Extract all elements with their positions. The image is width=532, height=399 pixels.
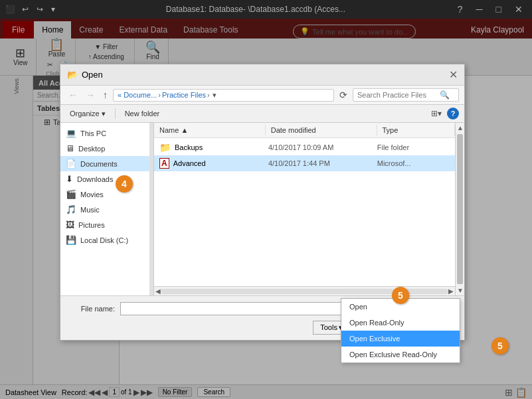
dialog-titlebar: 📂 Open ✕: [60, 64, 464, 86]
sort-arrow: ▲: [181, 126, 188, 134]
breadcrumb-dropdown[interactable]: ▾: [213, 91, 217, 100]
col-header-type[interactable]: Type: [377, 125, 456, 135]
tree-label-music: Music: [80, 206, 100, 214]
organize-label: Organize: [70, 110, 100, 118]
desktop-icon: 🖥: [66, 143, 74, 153]
new-folder-btn[interactable]: New folder: [121, 108, 164, 119]
h-scroll-left[interactable]: ◀: [155, 287, 161, 295]
tree-label-pictures: Pictures: [78, 221, 105, 229]
file-name-advanced: A Advanced: [159, 158, 268, 169]
file-item-backups[interactable]: 📁 Backups 4/10/2017 10:09 AM File folder: [154, 139, 455, 155]
downloads-icon: ⬇: [66, 174, 73, 184]
disk-icon: 💾: [66, 235, 76, 245]
dialog-close-btn[interactable]: ✕: [449, 68, 458, 81]
col-header-name[interactable]: Name ▲: [154, 125, 266, 135]
tools-label: Tools: [320, 323, 337, 331]
tree-item-movies[interactable]: 🎬 Movies: [60, 187, 149, 202]
view-toggle-btn[interactable]: ⊞▾: [428, 108, 444, 120]
file-type-advanced: Microsof...: [377, 159, 450, 167]
h-scroll-right[interactable]: ▶: [448, 287, 454, 295]
menu-item-open-readonly[interactable]: Open Read-Only: [341, 315, 460, 331]
file-name-backups: 📁 Backups: [159, 142, 268, 153]
search-box[interactable]: 🔍: [353, 88, 459, 102]
file-date-backups: 4/10/2017 10:09 AM: [268, 143, 377, 151]
pc-icon: 💻: [66, 128, 76, 138]
open-dropdown-menu: Open Open Read-Only Open Exclusive Open …: [341, 298, 460, 363]
col-header-date[interactable]: Date modified: [266, 125, 377, 135]
music-icon: 🎵: [66, 204, 76, 214]
tree-item-desktop[interactable]: 🖥 Desktop: [60, 141, 149, 156]
step-badge-5-menu: 5: [491, 337, 509, 355]
step-badge-5-top: 5: [392, 287, 409, 304]
file-list: Name ▲ Date modified Type 📁 Backups 4/10…: [154, 123, 455, 295]
up-btn[interactable]: ↑: [100, 88, 110, 102]
filename-label: File name:: [68, 305, 115, 313]
tree-label-this-pc: This PC: [80, 129, 106, 137]
dialog-title: Open: [82, 70, 103, 80]
scroll-thumb[interactable]: [457, 134, 463, 284]
toolbar-sep-1: [115, 108, 116, 119]
filename-input[interactable]: [120, 302, 358, 315]
tree-label-downloads: Downloads: [77, 175, 113, 183]
dialog-address-bar: ← → ↑ « Docume... › Practice Files › ▾ ⟳…: [60, 86, 464, 105]
step-badge-4: 4: [116, 175, 133, 193]
forward-btn[interactable]: →: [83, 88, 98, 102]
pictures-icon: 🖼: [66, 220, 74, 230]
documents-icon: 📄: [66, 159, 76, 169]
new-folder-label: New folder: [125, 110, 160, 118]
h-scrollbar[interactable]: ◀ ▶: [154, 286, 455, 295]
scroll-down-btn[interactable]: ▼: [456, 285, 464, 295]
folder-icon-backups: 📁: [159, 142, 171, 153]
dialog-title-left: 📂 Open: [67, 70, 103, 80]
breadcrumb-sep-2: ›: [207, 91, 210, 99]
tree-item-pictures[interactable]: 🖼 Pictures: [60, 217, 149, 232]
tree-item-music[interactable]: 🎵 Music: [60, 202, 149, 217]
search-submit-icon[interactable]: 🔍: [440, 90, 450, 100]
menu-item-open-exclusive[interactable]: Open Exclusive: [341, 331, 460, 347]
organize-arrow: ▾: [102, 110, 106, 118]
breadcrumb-sep: ›: [158, 91, 161, 99]
tree-item-this-pc[interactable]: 💻 This PC: [60, 125, 149, 141]
tree-item-local-disk[interactable]: 💾 Local Disk (C:): [60, 232, 149, 248]
tree-item-downloads[interactable]: ⬇ Downloads: [60, 171, 149, 187]
tree-label-local-disk: Local Disk (C:): [80, 236, 128, 244]
tree-item-documents[interactable]: 📄 Documents: [60, 156, 149, 171]
movies-icon: 🎬: [66, 189, 76, 199]
file-type-backups: File folder: [377, 143, 450, 151]
breadcrumb-practice-files[interactable]: Practice Files: [162, 91, 206, 99]
file-item-advanced[interactable]: A Advanced 4/10/2017 1:44 PM Microsof...: [154, 155, 455, 171]
nav-tree: 💻 This PC 🖥 Desktop 📄 Documents ⬇ Downlo…: [60, 123, 150, 295]
tree-label-movies: Movies: [80, 191, 104, 199]
tree-label-documents: Documents: [80, 160, 118, 168]
breadcrumb-documents[interactable]: « Docume...: [118, 91, 157, 99]
dialog-body: 💻 This PC 🖥 Desktop 📄 Documents ⬇ Downlo…: [60, 123, 464, 295]
file-label-advanced: Advanced: [173, 159, 206, 167]
organize-btn[interactable]: Organize ▾: [66, 108, 110, 120]
back-btn[interactable]: ←: [66, 88, 80, 102]
access-file-icon: A: [159, 158, 169, 169]
v-scrollbar[interactable]: ▲ ▼: [455, 123, 464, 295]
refresh-btn[interactable]: ⟳: [337, 88, 350, 102]
tree-label-desktop: Desktop: [78, 145, 105, 153]
dialog-icon: 📂: [67, 70, 78, 80]
file-list-header: Name ▲ Date modified Type: [154, 123, 455, 138]
scroll-up-btn[interactable]: ▲: [456, 123, 464, 133]
file-date-advanced: 4/10/2017 1:44 PM: [268, 159, 377, 167]
search-input[interactable]: [357, 91, 437, 99]
file-label-backups: Backups: [175, 143, 203, 151]
breadcrumb-bar: « Docume... › Practice Files › ▾: [113, 89, 334, 102]
help-circle-btn[interactable]: ?: [447, 108, 459, 120]
menu-item-open-exclusive-readonly[interactable]: Open Exclusive Read-Only: [341, 347, 460, 362]
dialog-toolbar: Organize ▾ New folder ⊞▾ ?: [60, 105, 464, 123]
toolbar-right: ⊞▾ ?: [428, 108, 459, 120]
file-items: 📁 Backups 4/10/2017 10:09 AM File folder…: [154, 138, 455, 286]
